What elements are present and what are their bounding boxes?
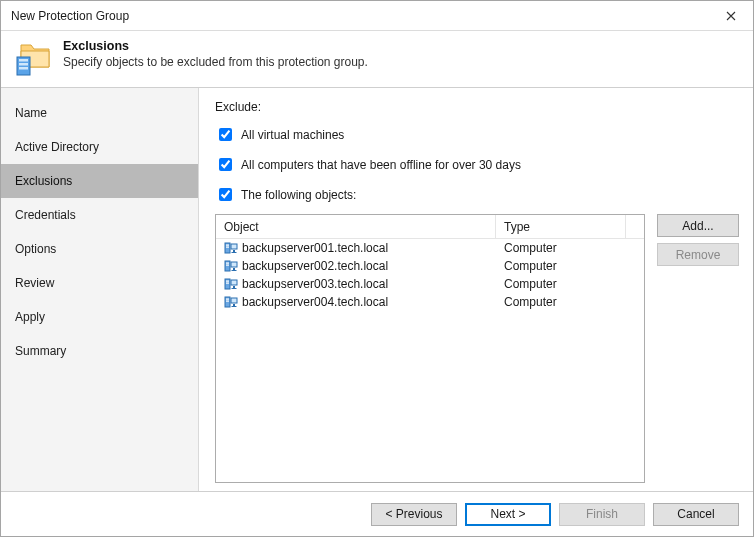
col-object[interactable]: Object [216,215,496,238]
finish-button: Finish [559,503,645,526]
svg-rect-8 [233,250,235,252]
checkbox-all-vms-label: All virtual machines [241,128,344,142]
computer-icon [224,242,238,254]
checkbox-offline-input[interactable] [219,158,232,171]
window-title: New Protection Group [11,9,708,23]
checkbox-offline[interactable]: All computers that have been offline for… [215,155,739,174]
cell-type: Computer [496,259,626,273]
header: Exclusions Specify objects to be exclude… [1,31,753,88]
previous-button[interactable]: < Previous [371,503,457,526]
cell-type: Computer [496,295,626,309]
header-text: Exclusions Specify objects to be exclude… [63,39,368,69]
grid-header: Object Type [216,215,644,239]
checkbox-objects-input[interactable] [219,188,232,201]
cell-object: backupserver003.tech.local [216,277,496,291]
close-button[interactable] [708,1,753,30]
titlebar: New Protection Group [1,1,753,31]
col-type[interactable]: Type [496,215,626,238]
svg-rect-11 [226,263,229,264]
checkbox-objects[interactable]: The following objects: [215,185,739,204]
svg-rect-23 [226,299,229,300]
sidebar-item-name[interactable]: Name [1,96,198,130]
header-title: Exclusions [63,39,368,53]
table-row[interactable]: backupserver002.tech.localComputer [216,257,644,275]
computer-icon [224,296,238,308]
svg-rect-27 [232,306,237,307]
sidebar-item-review[interactable]: Review [1,266,198,300]
svg-rect-26 [233,304,235,306]
col-spacer [626,215,644,238]
cell-object: backupserver001.tech.local [216,241,496,255]
computer-icon [224,278,238,290]
checkbox-all-vms[interactable]: All virtual machines [215,125,739,144]
svg-rect-3 [19,67,28,70]
table-row[interactable]: backupserver004.tech.localComputer [216,293,644,311]
sidebar-item-apply[interactable]: Apply [1,300,198,334]
svg-rect-5 [226,245,229,246]
checkbox-objects-label: The following objects: [241,188,356,202]
computer-icon [224,260,238,272]
svg-rect-1 [19,59,28,62]
svg-rect-9 [232,252,237,253]
cell-object: backupserver002.tech.local [216,259,496,273]
sidebar-item-summary[interactable]: Summary [1,334,198,368]
svg-rect-15 [232,270,237,271]
svg-rect-2 [19,63,28,66]
table-row[interactable]: backupserver001.tech.localComputer [216,239,644,257]
next-button[interactable]: Next > [465,503,551,526]
add-button[interactable]: Add... [657,214,739,237]
object-name: backupserver004.tech.local [242,295,388,309]
remove-button: Remove [657,243,739,266]
svg-rect-18 [226,283,229,284]
main-panel: Exclude: All virtual machines All comput… [199,88,753,491]
cell-type: Computer [496,241,626,255]
close-icon [726,11,736,21]
exclude-label: Exclude: [215,100,739,114]
footer: < Previous Next > Finish Cancel [1,491,753,536]
cell-type: Computer [496,277,626,291]
side-buttons: Add... Remove [657,214,739,483]
svg-rect-20 [233,286,235,288]
dialog-window: New Protection Group Exclusions Specify … [0,0,754,537]
svg-rect-14 [233,268,235,270]
object-name: backupserver003.tech.local [242,277,388,291]
checkbox-offline-label: All computers that have been offline for… [241,158,521,172]
grid-body[interactable]: backupserver001.tech.localComputerbackup… [216,239,644,482]
sidebar-item-options[interactable]: Options [1,232,198,266]
objects-area: Object Type backupserver001.tech.localCo… [215,214,739,483]
table-row[interactable]: backupserver003.tech.localComputer [216,275,644,293]
wizard-steps: NameActive DirectoryExclusionsCredential… [1,88,199,491]
svg-rect-13 [231,262,237,267]
svg-rect-7 [231,244,237,249]
folder-server-icon [15,39,53,77]
svg-rect-17 [226,281,229,282]
sidebar-item-credentials[interactable]: Credentials [1,198,198,232]
object-name: backupserver002.tech.local [242,259,388,273]
object-name: backupserver001.tech.local [242,241,388,255]
svg-rect-25 [231,298,237,303]
checkbox-all-vms-input[interactable] [219,128,232,141]
cell-object: backupserver004.tech.local [216,295,496,309]
svg-rect-12 [226,265,229,266]
sidebar-item-exclusions[interactable]: Exclusions [1,164,198,198]
sidebar-item-active-directory[interactable]: Active Directory [1,130,198,164]
objects-grid[interactable]: Object Type backupserver001.tech.localCo… [215,214,645,483]
svg-rect-24 [226,301,229,302]
svg-rect-19 [231,280,237,285]
body: NameActive DirectoryExclusionsCredential… [1,88,753,491]
header-subtitle: Specify objects to be excluded from this… [63,55,368,69]
svg-rect-21 [232,288,237,289]
svg-rect-6 [226,247,229,248]
cancel-button[interactable]: Cancel [653,503,739,526]
